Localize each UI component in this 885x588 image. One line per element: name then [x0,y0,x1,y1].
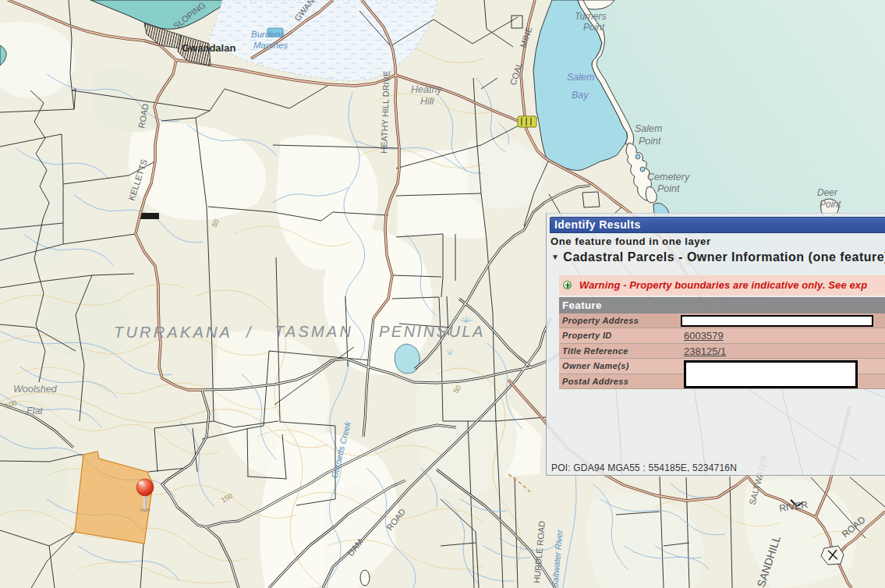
svg-text:Burdens: Burdens [251,30,285,39]
svg-text:TASMAN: TASMAN [274,323,353,340]
svg-text:Gwandalan: Gwandalan [182,42,235,54]
svg-text:Salem: Salem [635,123,662,134]
svg-text:Cemetery: Cemetery [647,172,690,182]
svg-text:Bay: Bay [572,90,589,101]
svg-text:Deer: Deer [817,187,838,198]
svg-text:Point: Point [820,199,841,210]
svg-text:Hill: Hill [420,96,435,107]
svg-text:Point: Point [639,136,661,147]
svg-text:Flat: Flat [27,406,43,416]
svg-text:Salem: Salem [567,72,594,83]
svg-text:PENINSULA: PENINSULA [379,323,485,340]
svg-text:Woolshed: Woolshed [13,384,58,395]
svg-text:Heathy: Heathy [411,84,442,95]
svg-text:Point: Point [583,22,605,33]
svg-text:TURRAKANA: TURRAKANA [114,324,232,341]
svg-text:Turners: Turners [575,11,606,22]
svg-text:Marshes: Marshes [253,41,288,50]
svg-text:Point: Point [657,183,680,194]
